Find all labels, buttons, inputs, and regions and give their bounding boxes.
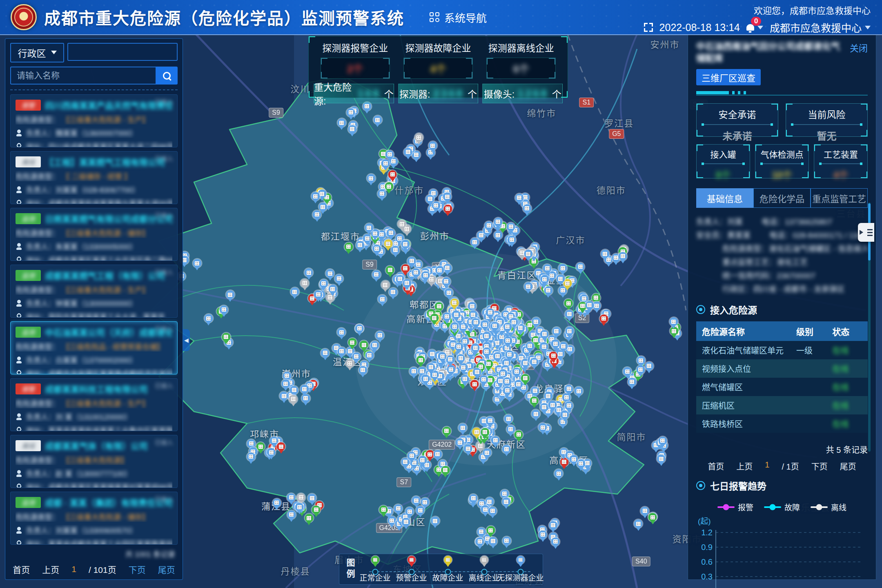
map-pin[interactable] (352, 352, 361, 361)
map-pin[interactable] (247, 439, 256, 448)
map-pin[interactable] (471, 343, 480, 352)
map-pin[interactable] (193, 259, 201, 267)
map-pin[interactable] (503, 386, 512, 395)
map-pin[interactable] (551, 339, 560, 348)
user-menu[interactable]: 成都市应急救援中心 (770, 20, 871, 35)
map-pin[interactable] (355, 324, 364, 333)
map-pin[interactable] (575, 387, 583, 395)
map-pin[interactable] (384, 239, 392, 248)
map-pin[interactable] (521, 374, 530, 383)
map-pin[interactable] (256, 442, 265, 451)
company-card[interactable]: 已接入监测成都 · 某某（集团）有限责任公司危险源类型：【三级重大危险源 - 储… (10, 492, 178, 545)
map-pin[interactable] (443, 264, 452, 272)
map-pin[interactable] (504, 414, 513, 423)
notifications-bell[interactable]: 0 (746, 22, 763, 32)
map-pin[interactable] (577, 459, 585, 468)
tab-basic-info[interactable]: 基础信息 (696, 188, 753, 208)
map-pin[interactable] (515, 194, 523, 202)
map-pin[interactable] (297, 493, 305, 502)
map-pin[interactable] (505, 350, 514, 359)
page-current[interactable]: 1 (765, 460, 769, 472)
map-pin[interactable] (295, 503, 304, 511)
company-card[interactable]: 已接入监测中石油某某公司（天府）成都液化气储配库危险源类型：【三级危险品 - 经… (10, 321, 178, 374)
map-pin[interactable] (503, 323, 512, 331)
map-pin[interactable] (502, 537, 511, 545)
map-pin[interactable] (426, 195, 434, 203)
page-last[interactable]: 尾页 (840, 460, 856, 472)
map-pin[interactable] (485, 221, 493, 230)
page-next[interactable]: 下页 (811, 460, 828, 472)
map-pin[interactable] (220, 305, 228, 314)
map-pin[interactable] (441, 466, 450, 474)
map-pin[interactable] (623, 367, 632, 376)
map-pin[interactable] (313, 210, 321, 219)
page-current[interactable]: 1 (71, 564, 76, 574)
map-pin[interactable] (416, 506, 425, 514)
company-card[interactable]: 已接入离线成都某某气体（有限）公司危险源类型：【三级重大危险源】负责人：赵 某（… (10, 435, 178, 488)
map-pin[interactable] (472, 318, 480, 327)
patrol-3d-button[interactable]: 三维厂区巡查 (696, 69, 761, 85)
search-button[interactable] (156, 67, 178, 85)
map-pin[interactable] (442, 427, 451, 435)
map-pin[interactable] (372, 270, 381, 279)
map-pin[interactable] (385, 150, 394, 159)
page-last[interactable]: 尾页 (158, 563, 175, 575)
map-pin[interactable] (326, 269, 334, 278)
map-pin[interactable] (367, 174, 375, 183)
map-pin[interactable] (435, 266, 444, 274)
map-pin[interactable] (464, 444, 472, 453)
map-pin[interactable] (370, 341, 379, 350)
panel-expand-button[interactable] (858, 223, 874, 242)
map-pin[interactable] (486, 416, 494, 425)
map-pin[interactable] (502, 497, 510, 506)
region-value-input[interactable] (67, 43, 178, 61)
page-first[interactable]: 首页 (708, 460, 724, 472)
map-pin[interactable] (427, 363, 435, 372)
map-pin[interactable] (433, 450, 442, 459)
map-pin[interactable] (321, 349, 330, 357)
map-pin[interactable] (658, 437, 667, 445)
page-prev[interactable]: 上页 (42, 563, 59, 575)
hazard-table-row[interactable]: 铁路栈桥区在线 (696, 414, 868, 433)
map-pin[interactable] (570, 455, 578, 463)
map-pin[interactable] (373, 116, 382, 124)
map-pin[interactable] (549, 521, 557, 530)
map-pin[interactable] (414, 133, 423, 142)
map-pin[interactable] (452, 310, 461, 319)
map-pin[interactable] (438, 352, 447, 361)
map-pin[interactable] (491, 436, 500, 445)
system-nav-button[interactable]: 系统导航 (430, 10, 487, 25)
map-pin[interactable] (469, 494, 478, 503)
map-pin[interactable] (482, 347, 491, 356)
map-pin[interactable] (543, 264, 552, 273)
map-pin[interactable] (514, 430, 523, 439)
map-pin[interactable] (290, 287, 299, 296)
map-pin[interactable] (454, 343, 463, 351)
trend-legend-item[interactable]: 故障 (764, 501, 800, 512)
map-pin[interactable] (204, 314, 213, 323)
map-pin[interactable] (378, 189, 386, 198)
map-pin[interactable] (552, 327, 561, 336)
hazard-table-row[interactable]: 视频接入点位在线 (696, 359, 868, 378)
map-pin[interactable] (559, 342, 568, 350)
map-pin[interactable] (565, 401, 573, 410)
map-pin[interactable] (405, 507, 414, 516)
map-pin[interactable] (381, 281, 390, 289)
map-pin[interactable] (503, 377, 511, 386)
map-pin[interactable] (540, 342, 548, 351)
map-pin[interactable] (648, 513, 657, 521)
map-pin[interactable] (290, 386, 298, 394)
map-pin[interactable] (386, 266, 394, 274)
map-pin[interactable] (394, 504, 403, 513)
company-card[interactable]: 已接入监测日照某某燃气有限公司成都分公司危险源类型：【三级重大危险源 - 储存】… (10, 208, 178, 261)
map-pin[interactable] (479, 375, 488, 384)
map-pin[interactable] (305, 514, 313, 522)
map-pin[interactable] (412, 496, 421, 505)
map-pin[interactable] (421, 271, 430, 280)
map-pin[interactable] (601, 249, 609, 258)
hazard-table-row[interactable]: 燃气储罐区在线 (696, 378, 868, 396)
map-pin[interactable] (446, 355, 454, 364)
map-pin[interactable] (482, 332, 491, 340)
map-pin[interactable] (270, 437, 278, 445)
map-pin[interactable] (512, 368, 521, 376)
